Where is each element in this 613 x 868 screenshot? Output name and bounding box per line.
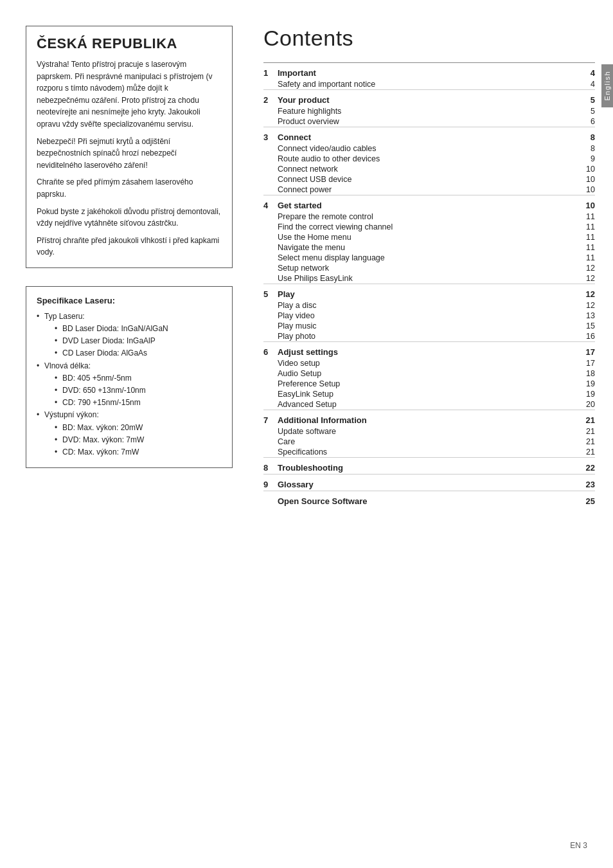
toc-sub-page: 11 [577,253,595,263]
toc-sub-page: 8 [577,143,595,154]
czech-title: ČESKÁ REPUBLIKA [37,35,222,52]
left-column: ČESKÁ REPUBLIKA Výstraha! Tento přístroj… [0,0,251,868]
toc-sub-text: Connect network [278,164,577,174]
laser-title: Specifikace Laseru: [37,296,222,305]
toc-sub-row: Connect network 10 [263,164,595,174]
toc-sub-text: EasyLink Setup [278,389,577,399]
toc-sub-indent [263,164,278,174]
toc-sub-row: Use the Home menu 11 [263,232,595,242]
toc-sub-page: 12 [577,273,595,284]
toc-sub-text: Play video [278,311,577,321]
toc-section-page: 10 [577,195,595,212]
laser-item-2: Výstupní výkon: BD: Max. výkon: 20mW DVD… [37,409,222,458]
toc-section-page: 4 [577,63,595,80]
toc-sub-text: Play a disc [278,300,577,311]
toc-sub-page: 9 [577,154,595,164]
toc-sub-row: Video setup 17 [263,358,595,368]
toc-sub-indent [263,273,278,284]
toc-sub-row: Care 21 [263,437,595,447]
laser-item-0: Typ Laseru: BD Laser Dioda: InGaN/AlGaN … [37,311,222,360]
toc-section-row: 3 Connect 8 [263,127,595,144]
laser-sub-2-2: CD: Max. výkon: 7mW [55,446,222,458]
toc-open-source-title: Open Source Software [278,491,577,508]
toc-section-row: 1 Important 4 [263,63,595,80]
toc-sub-row: Preference Setup 19 [263,379,595,389]
czech-para-2: Nebezpečí! Při sejmutí krytů a odjištění… [37,136,222,172]
toc-sub-indent [263,154,278,164]
toc-sub-row: Advanced Setup 20 [263,399,595,410]
right-column: Contents 1 Important 4 Safety and import… [251,0,613,868]
toc-sub-text: Play music [278,321,577,331]
toc-sub-row: Route audio to other devices 9 [263,154,595,164]
toc-section-page: 23 [577,475,595,491]
toc-section-num: 2 [263,90,278,107]
toc-open-source-row: Open Source Software 25 [263,491,595,508]
toc-sub-indent [263,232,278,242]
toc-sub-page: 13 [577,311,595,321]
footer: EN 3 [570,841,587,850]
laser-sub-1-0: BD: 405 +5nm/-5nm [55,372,222,384]
toc-sub-indent [263,331,278,342]
toc-sub-text: Preference Setup [278,379,577,389]
toc-section-title: Glossary [278,475,577,491]
toc-sub-indent [263,426,278,437]
toc-sub-page: 19 [577,379,595,389]
toc-sub-indent [263,437,278,447]
toc-section-page: 22 [577,458,595,475]
laser-list: Typ Laseru: BD Laser Dioda: InGaN/AlGaN … [37,311,222,458]
toc-sub-text: Connect power [278,185,577,195]
toc-sub-row: Play music 15 [263,321,595,331]
toc-sub-text: Audio Setup [278,368,577,379]
toc-sub-text: Connect video/audio cables [278,143,577,154]
toc-sub-page: 12 [577,300,595,311]
toc-section-num: 6 [263,342,278,359]
toc-sub-text: Advanced Setup [278,399,577,410]
toc-sub-indent [263,222,278,232]
laser-sub-1-2: CD: 790 +15nm/-15nm [55,397,222,409]
toc-sub-text: Feature highlights [278,106,577,116]
toc-sub-text: Video setup [278,358,577,368]
toc-sub-page: 10 [577,185,595,195]
toc-section-title: Connect [278,127,577,144]
toc-section-title: Your product [278,90,577,107]
toc-sub-row: Connect video/audio cables 8 [263,143,595,154]
toc-section-title: Troubleshooting [278,458,577,475]
toc-sub-page: 21 [577,447,595,458]
toc-sub-indent [263,447,278,458]
toc-sub-page: 5 [577,106,595,116]
toc-sub-page: 10 [577,174,595,185]
toc-sub-indent [263,368,278,379]
toc-section-num: 3 [263,127,278,144]
toc-open-source-page: 25 [577,491,595,508]
toc-sub-row: Specifications 21 [263,447,595,458]
toc-section-num: 4 [263,195,278,212]
toc-sub-indent [263,358,278,368]
toc-sub-page: 19 [577,389,595,399]
toc-sub-row: Use Philips EasyLink 12 [263,273,595,284]
toc-sub-text: Product overview [278,116,577,127]
toc-sub-text: Use Philips EasyLink [278,273,577,284]
czech-para-3: Chraňte se před přímým zásahem laserovéh… [37,176,222,200]
toc-sub-page: 16 [577,331,595,342]
toc-sub-page: 15 [577,321,595,331]
toc-sub-row: Update software 21 [263,426,595,437]
toc-section-title: Play [278,284,577,301]
toc-section-page: 12 [577,284,595,301]
toc-section-num: 1 [263,63,278,80]
toc-sub-row: Prepare the remote control 11 [263,212,595,222]
toc-section-page: 8 [577,127,595,144]
toc-sub-page: 20 [577,399,595,410]
toc-sub-row: Play video 13 [263,311,595,321]
toc-sub-text: Safety and important notice [278,79,577,90]
toc-sub-indent [263,399,278,410]
laser-sub-2-0: BD: Max. výkon: 20mW [55,422,222,434]
toc-sub-page: 11 [577,212,595,222]
toc-sub-indent [263,143,278,154]
toc-sub-row: Product overview 6 [263,116,595,127]
side-tab-text: English [603,71,611,101]
toc-sub-text: Navigate the menu [278,242,577,253]
toc-sub-row: EasyLink Setup 19 [263,389,595,399]
laser-sub-0-1: DVD Laser Dioda: InGaAlP [55,335,222,347]
toc-sub-page: 18 [577,368,595,379]
toc-section-row: 8 Troubleshooting 22 [263,458,595,475]
